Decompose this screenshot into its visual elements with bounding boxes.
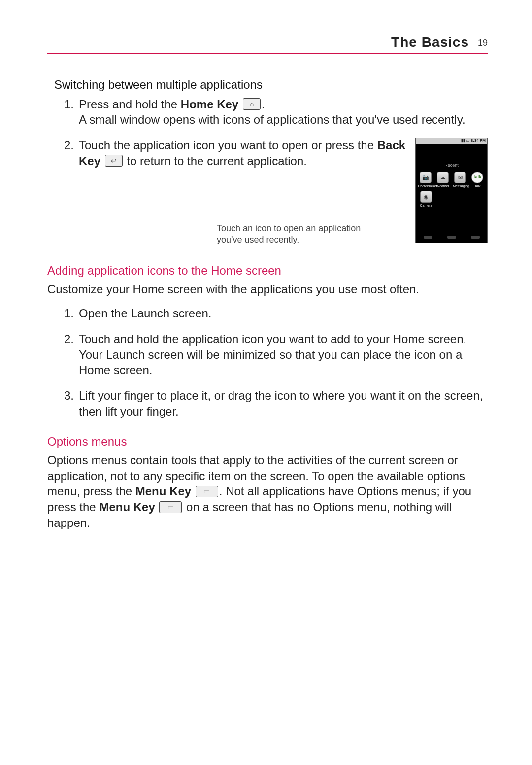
callout-text: Touch an icon to open an application you… bbox=[217, 223, 369, 245]
page: The Basics 19 Switching between multiple… bbox=[0, 0, 532, 765]
step-text: Open the Launch screen. bbox=[79, 307, 212, 320]
phone-nav-bar bbox=[416, 236, 487, 241]
step-number: 2. bbox=[64, 138, 74, 153]
switching-step-1: 1. Press and hold the Home Key ⌂. A smal… bbox=[54, 97, 488, 128]
step-text: Lift your finger to place it, or drag th… bbox=[79, 389, 483, 418]
weather-icon: ☁ bbox=[437, 172, 449, 183]
step-text-after: . bbox=[262, 98, 265, 111]
heading-options: Options menus bbox=[47, 434, 488, 450]
phone-app-row-2: ◉Camera bbox=[419, 191, 486, 207]
app-talk: talkTalk bbox=[470, 172, 485, 188]
home-key-icon: ⌂ bbox=[243, 98, 261, 110]
adding-steps: 1. Open the Launch screen. 2. Touch and … bbox=[54, 306, 488, 419]
adding-intro: Customize your Home screen with the appl… bbox=[47, 281, 488, 297]
adding-step-2: 2. Touch and hold the application icon y… bbox=[54, 331, 488, 378]
step-number: 2. bbox=[64, 331, 74, 347]
menu-key-icon: ▭ bbox=[159, 501, 182, 513]
menu-key-label-1: Menu Key bbox=[135, 485, 191, 498]
envelope-icon: ✉ bbox=[454, 172, 466, 183]
switching-step-2: 2. Touch the application icon you want t… bbox=[54, 138, 488, 243]
back-key-icon: ↩ bbox=[105, 155, 123, 167]
step-number: 1. bbox=[64, 306, 74, 321]
step-text: Touch and hold the application icon you … bbox=[79, 332, 466, 377]
app-messaging: ✉Messaging bbox=[453, 172, 467, 188]
page-number: 19 bbox=[478, 38, 488, 48]
step-text-after: to return to the current application. bbox=[124, 154, 307, 168]
page-header: The Basics 19 bbox=[47, 35, 488, 54]
home-key-label: Home Key bbox=[181, 98, 238, 111]
adding-step-3: 3. Lift your finger to place it, or drag… bbox=[54, 388, 488, 419]
battery-icon: ▭ bbox=[466, 139, 470, 144]
options-paragraph: Options menus contain tools that apply t… bbox=[47, 452, 488, 530]
app-photobucket: 📷Photobucket bbox=[418, 172, 433, 188]
section-title: The Basics bbox=[391, 35, 469, 50]
heading-switching: Switching between multiple applications bbox=[54, 77, 488, 93]
camera-icon: 📷 bbox=[420, 172, 432, 183]
app-weather: ☁Weather bbox=[435, 172, 450, 188]
menu-key-label-2: Menu Key bbox=[99, 500, 155, 514]
heading-adding: Adding application icons to the Home scr… bbox=[47, 263, 488, 278]
app-camera: ◉Camera bbox=[419, 191, 433, 207]
phone-screenshot: ▮▮ ▭ 8:34 PM Recent 📷Photobucket ☁Weathe… bbox=[415, 138, 488, 243]
adding-step-1: 1. Open the Launch screen. bbox=[54, 306, 488, 321]
status-time: 8:34 PM bbox=[471, 139, 486, 144]
step-text-prefix: Touch the application icon you want to o… bbox=[79, 139, 377, 152]
step-text-prefix: Press and hold the bbox=[79, 98, 181, 111]
switching-steps: 1. Press and hold the Home Key ⌂. A smal… bbox=[54, 97, 488, 243]
lens-icon: ◉ bbox=[420, 191, 432, 203]
menu-key-icon: ▭ bbox=[196, 486, 218, 497]
step-number: 1. bbox=[64, 97, 74, 112]
phone-statusbar: ▮▮ ▭ 8:34 PM bbox=[416, 138, 487, 144]
step-number: 3. bbox=[64, 388, 74, 404]
signal-icon: ▮▮ bbox=[461, 139, 465, 144]
talk-icon: talk bbox=[471, 172, 483, 183]
step-text-line2: A small window opens with icons of appli… bbox=[79, 113, 466, 126]
phone-app-row-1: 📷Photobucket ☁Weather ✉Messaging talkTal… bbox=[417, 172, 486, 188]
page-body: Switching between multiple applications … bbox=[47, 77, 488, 530]
figure-area: Touch an icon to open an application you… bbox=[79, 169, 407, 233]
recent-label: Recent bbox=[416, 163, 487, 169]
